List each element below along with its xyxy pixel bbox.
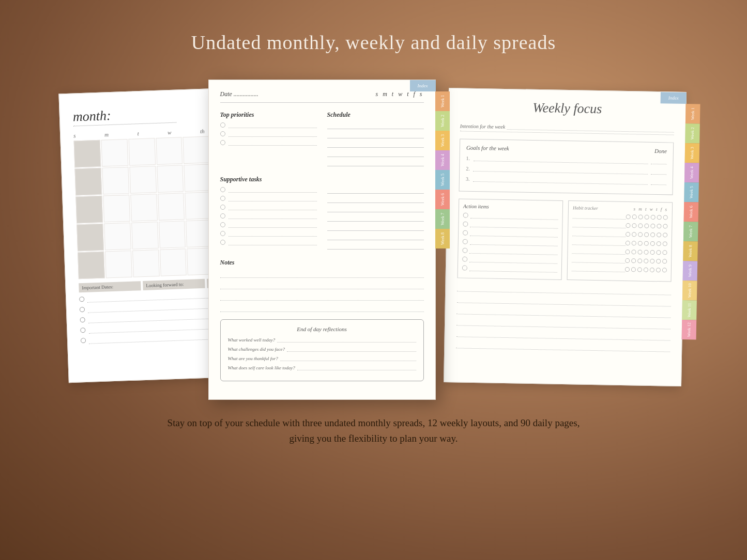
habit-circle: [655, 268, 660, 272]
week-tab-r10: Week 10: [682, 281, 697, 300]
habit-circle: [663, 215, 667, 220]
week-tab-r3: Week 3: [684, 143, 699, 163]
top-priorities-title: Top priorities: [220, 111, 317, 119]
task-circle: [220, 205, 225, 210]
habit-circle: [632, 232, 636, 237]
habit-circle: [624, 267, 629, 272]
week-tab-4: Week 4: [435, 150, 450, 170]
goals-box: Goals for the week Done 1. 2. 3.: [459, 138, 674, 195]
habit-circle: [631, 267, 635, 272]
goal-row-1: 1.: [466, 155, 666, 165]
index-tab-right: Index: [660, 92, 686, 104]
pages-container: month: s m t w th f: [64, 80, 684, 400]
habit-circle: [656, 259, 661, 263]
week-tab-r6: Week 6: [683, 202, 698, 222]
cal-cell: [182, 136, 210, 164]
cal-cell: [157, 193, 185, 221]
footer-important-dates: Important Dates:: [79, 281, 141, 292]
cal-cell: [132, 250, 159, 277]
task-circle: [220, 231, 225, 236]
week-tab-2: Week 2: [435, 111, 450, 131]
cal-cell: [158, 221, 186, 248]
bottom-grid: Action items Habit tracker s m t w t f s: [457, 198, 673, 282]
habit-circle: [626, 223, 630, 228]
habit-circle: [638, 232, 643, 237]
week-tabs-right: Week 1 Week 2 Week 3 Week 4 Week 5 Week …: [681, 104, 700, 339]
bottom-text: Stay on top of your schedule with three …: [167, 415, 580, 447]
habit-circle: [649, 267, 654, 272]
habit-row-3: [572, 230, 667, 238]
habit-circle: [656, 250, 661, 255]
habit-circle: [662, 241, 667, 246]
cal-cell: [101, 139, 128, 167]
habit-circle: [644, 241, 648, 245]
reflection-row-2: What challenges did you face?: [228, 347, 416, 352]
reflection-title: End of day reflections: [228, 326, 416, 332]
goal-row-2: 2.: [466, 165, 666, 175]
habit-circle: [637, 250, 642, 254]
bullet-dot: [80, 338, 85, 343]
week-tab-r7: Week 7: [683, 222, 698, 241]
week-tab-7: Week 7: [435, 209, 450, 229]
habit-circle: [625, 250, 630, 254]
task-circle: [220, 196, 225, 201]
habit-circle: [637, 267, 642, 272]
cal-cell: [131, 222, 158, 250]
week-tab-8: Week 8: [435, 229, 450, 248]
cal-cell: [102, 167, 129, 195]
action-circle: [463, 230, 468, 236]
bullet-dot: [79, 297, 84, 302]
weekly-lines: [456, 283, 671, 352]
bullet-dot: [80, 317, 85, 322]
habit-circle: [657, 224, 661, 228]
habit-circle: [663, 224, 667, 228]
habit-circle: [650, 241, 654, 245]
habit-row-1: [572, 212, 667, 220]
habit-tracker-box: Habit tracker s m t w t f s: [567, 200, 673, 282]
habit-circle: [650, 232, 655, 237]
priorities-section: Top priorities Schedule: [220, 111, 424, 168]
cal-cell: [184, 164, 211, 192]
daily-planner-page: Index Week 1 Week 2 Week 3 Week 4 Week 5…: [208, 80, 436, 400]
action-circle: [463, 222, 468, 227]
reflection-box: End of day reflections What worked well …: [220, 319, 424, 381]
habit-circle: [638, 223, 643, 228]
bottom-text-line1: Stay on top of your schedule with three …: [167, 415, 580, 431]
cal-cell: [77, 224, 104, 252]
week-tab-r12: Week 12: [681, 320, 696, 339]
action-circle: [463, 213, 468, 218]
habit-circle: [626, 214, 630, 219]
habit-circle: [644, 232, 649, 237]
habit-circle: [632, 223, 636, 228]
cal-cell: [78, 252, 105, 279]
task-circle: [220, 122, 225, 128]
habit-circle: [662, 259, 667, 263]
habit-circle: [643, 267, 648, 272]
habit-circle: [625, 241, 630, 245]
habit-circle: [631, 250, 636, 254]
task-circle: [220, 222, 225, 227]
cal-cell: [104, 223, 131, 251]
habit-circle: [650, 258, 654, 263]
week-tab-1: Week 1: [435, 91, 450, 111]
goals-header: Goals for the week Done: [466, 145, 666, 154]
habit-circle: [662, 250, 667, 255]
habit-circle: [662, 268, 666, 272]
habit-row-4: [572, 239, 667, 246]
bullet-dot: [79, 307, 84, 312]
cal-cell: [103, 195, 130, 223]
weekly-focus-title: Weekly focus: [460, 99, 674, 118]
action-circle: [462, 248, 467, 253]
day-letters: s m t w t f s: [375, 90, 423, 98]
week-tab-r8: Week 8: [683, 241, 698, 261]
date-row: Date ................ s m t w t f s: [220, 90, 424, 103]
cal-cell: [104, 251, 132, 278]
habit-circle: [625, 258, 630, 263]
task-circle: [220, 131, 225, 136]
cal-cell: [156, 165, 184, 193]
cal-cell: [75, 196, 103, 224]
week-tab-5: Week 5: [435, 170, 450, 190]
habit-row-7: [571, 265, 666, 273]
habit-circle: [631, 241, 636, 245]
cal-cell: [73, 140, 101, 168]
